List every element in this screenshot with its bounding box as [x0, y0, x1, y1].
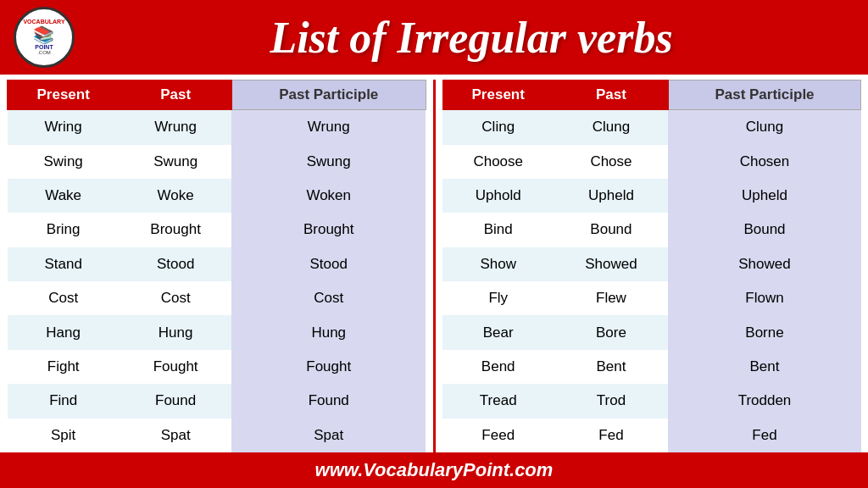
- logo-vocab: VOCABULARY: [23, 19, 64, 25]
- left-table: Present Past Past Participle WringWrungW…: [7, 80, 426, 452]
- table-cell: Chose: [554, 145, 668, 179]
- table-cell: Upheld: [668, 179, 860, 213]
- left-header-pp: Past Participle: [231, 80, 426, 110]
- table-divider: [433, 80, 436, 452]
- table-cell: Flown: [668, 281, 860, 315]
- table-row: TreadTrodTrodden: [442, 384, 861, 418]
- table-cell: Found: [120, 384, 232, 418]
- right-header-pp: Past Participle: [668, 80, 860, 110]
- table-row: FeedFedFed: [442, 419, 861, 452]
- table-row: FightFoughtFought: [8, 350, 426, 384]
- table-cell: Swung: [231, 145, 426, 179]
- page-title: List of Irregular verbs: [88, 13, 854, 63]
- table-cell: Tread: [442, 384, 554, 418]
- table-cell: Showed: [554, 247, 668, 281]
- table-row: ShowShowedShowed: [442, 247, 861, 281]
- table-row: FlyFlewFlown: [442, 281, 861, 315]
- table-row: UpholdUpheldUpheld: [442, 179, 861, 213]
- table-cell: Wrung: [231, 110, 426, 145]
- table-cell: Hung: [120, 315, 232, 349]
- table-cell: Hang: [8, 315, 120, 349]
- table-cell: Bound: [554, 213, 668, 247]
- table-cell: Flew: [554, 281, 668, 315]
- table-cell: Bore: [554, 315, 668, 349]
- table-cell: Spat: [120, 419, 232, 452]
- left-header-past: Past: [120, 80, 232, 110]
- table-cell: Stood: [120, 247, 232, 281]
- table-cell: Fed: [554, 419, 668, 452]
- table-cell: Bring: [8, 213, 120, 247]
- table-cell: Woken: [231, 179, 426, 213]
- table-row: FindFoundFound: [8, 384, 426, 418]
- footer: www.VocabularyPoint.com: [0, 452, 868, 488]
- table-row: HangHungHung: [8, 315, 426, 349]
- table-cell: Fly: [442, 281, 554, 315]
- table-row: BearBoreBorne: [442, 315, 861, 349]
- table-cell: Uphold: [442, 179, 554, 213]
- table-cell: Showed: [668, 247, 860, 281]
- right-table: Present Past Past Participle ClingClungC…: [442, 80, 862, 452]
- page-wrapper: VOCABULARY 📚 POINT .COM List of Irregula…: [0, 0, 868, 488]
- table-cell: Clung: [554, 110, 668, 145]
- table-cell: Fought: [231, 350, 426, 384]
- logo-point: POINT: [23, 44, 64, 51]
- table-row: ClingClungClung: [442, 110, 861, 145]
- table-cell: Wrung: [120, 110, 232, 145]
- table-row: StandStoodStood: [8, 247, 426, 281]
- table-row: WakeWokeWoken: [8, 179, 426, 213]
- table-row: SpitSpatSpat: [8, 419, 426, 452]
- table-cell: Cost: [8, 281, 120, 315]
- table-cell: Bent: [668, 350, 860, 384]
- table-row: CostCostCost: [8, 281, 426, 315]
- table-cell: Choose: [442, 145, 554, 179]
- table-cell: Bind: [442, 213, 554, 247]
- table-cell: Bent: [554, 350, 668, 384]
- left-header-present: Present: [8, 80, 120, 110]
- table-cell: Wake: [8, 179, 120, 213]
- table-cell: Upheld: [554, 179, 668, 213]
- content-area: Present Past Past Participle WringWrungW…: [0, 75, 868, 488]
- table-row: BindBoundBound: [442, 213, 861, 247]
- table-cell: Find: [8, 384, 120, 418]
- table-cell: Fight: [8, 350, 120, 384]
- header: VOCABULARY 📚 POINT .COM List of Irregula…: [0, 0, 868, 75]
- right-header-present: Present: [442, 80, 554, 110]
- table-cell: Cost: [120, 281, 232, 315]
- table-cell: Hung: [231, 315, 426, 349]
- table-cell: Brought: [231, 213, 426, 247]
- table-cell: Wring: [8, 110, 120, 145]
- table-cell: Cost: [231, 281, 426, 315]
- table-cell: Found: [231, 384, 426, 418]
- table-cell: Spit: [8, 419, 120, 452]
- table-cell: Trodden: [668, 384, 860, 418]
- table-cell: Bear: [442, 315, 554, 349]
- table-cell: Bound: [668, 213, 860, 247]
- table-cell: Spat: [231, 419, 426, 452]
- table-cell: Cling: [442, 110, 554, 145]
- tables-wrapper: Present Past Past Participle WringWrungW…: [0, 75, 868, 452]
- table-cell: Show: [442, 247, 554, 281]
- logo: VOCABULARY 📚 POINT .COM: [14, 7, 75, 68]
- table-cell: Woke: [120, 179, 232, 213]
- table-cell: Clung: [668, 110, 860, 145]
- table-cell: Swung: [120, 145, 232, 179]
- table-cell: Brought: [120, 213, 232, 247]
- table-cell: Bend: [442, 350, 554, 384]
- table-cell: Feed: [442, 419, 554, 452]
- table-cell: Stood: [231, 247, 426, 281]
- table-row: BendBentBent: [442, 350, 861, 384]
- table-row: SwingSwungSwung: [8, 145, 426, 179]
- table-cell: Chosen: [668, 145, 860, 179]
- footer-text: www.VocabularyPoint.com: [315, 459, 554, 480]
- table-cell: Trod: [554, 384, 668, 418]
- logo-icon: 📚: [23, 25, 64, 44]
- table-cell: Fought: [120, 350, 232, 384]
- table-cell: Fed: [668, 419, 860, 452]
- right-header-past: Past: [554, 80, 668, 110]
- table-cell: Swing: [8, 145, 120, 179]
- table-row: ChooseChoseChosen: [442, 145, 861, 179]
- table-row: BringBroughtBrought: [8, 213, 426, 247]
- table-row: WringWrungWrung: [8, 110, 426, 145]
- table-cell: Stand: [8, 247, 120, 281]
- table-cell: Borne: [668, 315, 860, 349]
